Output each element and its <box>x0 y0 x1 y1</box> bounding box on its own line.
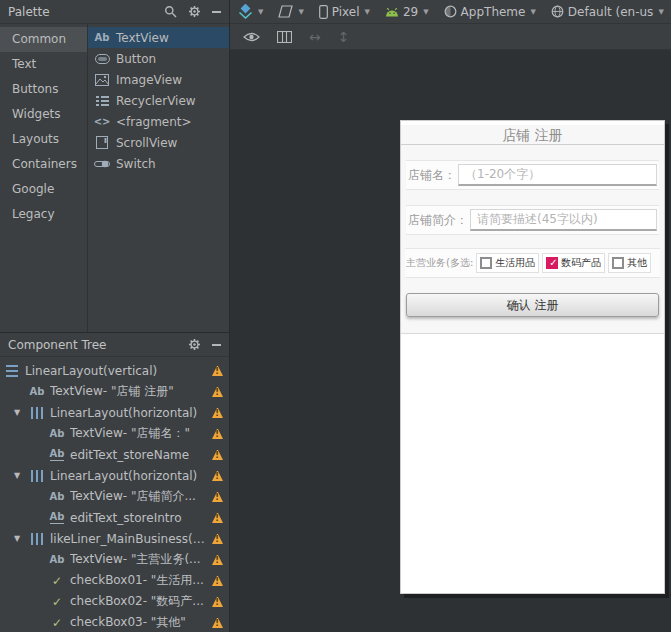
warning-icon: ! <box>212 618 223 628</box>
checkbox-option-2[interactable]: 数码产品 <box>542 253 605 273</box>
palette-item-label: TextView <box>116 31 169 45</box>
confirm-register-button[interactable]: 确认 注册 <box>406 293 659 317</box>
palette-item-button[interactable]: Button <box>88 48 229 69</box>
edittext-field[interactable]: （1-20个字） <box>458 164 657 186</box>
device-screen[interactable]: 店铺 注册 店铺名：（1-20个字）店铺简介：请简要描述(45字以内) 主营业务… <box>400 120 665 594</box>
device-label: Pixel <box>332 5 360 19</box>
textview-icon: Ab <box>49 490 65 504</box>
recyclerview-icon <box>94 94 110 108</box>
theme-selector[interactable]: AppTheme ▼ <box>444 5 536 19</box>
view-options-button[interactable] <box>243 31 260 43</box>
tree-item-label: LinearLayout(horizontal) <box>50 406 197 420</box>
checkbox-unchecked[interactable] <box>612 257 624 269</box>
imageview-icon <box>94 73 110 87</box>
layers-icon <box>238 4 253 19</box>
orientation-selector[interactable]: ▼ <box>278 5 303 18</box>
main-business-label[interactable]: 主营业务(多选: <box>406 256 473 270</box>
button-icon <box>94 52 110 66</box>
tree-row-8[interactable]: AbeditText_storeIntro! <box>0 507 229 528</box>
api-version-selector[interactable]: 29 ▼ <box>385 5 429 19</box>
tree-row-7[interactable]: AbTextView- "店铺简介...! <box>0 486 229 507</box>
expand-arrow-icon[interactable]: ▼ <box>10 408 24 417</box>
checkbox-label: 数码产品 <box>561 256 601 270</box>
globe-icon <box>551 5 564 18</box>
locale-label: Default (en-us <box>568 5 654 19</box>
chevron-down-icon: ▼ <box>530 8 535 16</box>
tree-item-label: editText_storeIntro <box>70 511 182 525</box>
orientation-arrow-icon[interactable]: ↕ <box>338 29 350 45</box>
palette-category-text[interactable]: Text <box>0 52 87 77</box>
warning-icon: ! <box>212 471 223 481</box>
palette-item-scrollview[interactable]: ScrollView <box>88 132 229 153</box>
tree-row-3[interactable]: ▼LinearLayout(horizontal)! <box>0 402 229 423</box>
scrollview-icon <box>94 136 110 150</box>
tree-row-13[interactable]: ✓checkBox03- "其他"! <box>0 612 229 632</box>
gear-icon[interactable] <box>188 338 201 351</box>
tree-row-6[interactable]: ▼LinearLayout(horizontal)! <box>0 465 229 486</box>
palette-category-containers[interactable]: Containers <box>0 152 87 177</box>
palette-category-legacy[interactable]: Legacy <box>0 202 87 227</box>
checkbox-checked[interactable] <box>546 257 558 269</box>
warning-icon: ! <box>212 492 223 502</box>
textview-icon: Ab <box>29 385 45 399</box>
minimize-icon[interactable] <box>212 11 221 13</box>
palette-item-label: <fragment> <box>116 115 192 129</box>
palette-category-buttons[interactable]: Buttons <box>0 77 87 102</box>
palette-item-switch[interactable]: Switch <box>88 153 229 174</box>
left-pane: Palette CommonTextButtonsWidgetsLayoutsC… <box>0 0 230 632</box>
palette-item-label: Switch <box>116 157 156 171</box>
warning-icon: ! <box>212 408 223 418</box>
checkbox-option-3[interactable]: 其他 <box>608 253 651 273</box>
design-configuration-toolbar: ▼ ▼ Pixel ▼ 29 ▼ AppTheme ▼ <box>230 0 671 24</box>
field-label[interactable]: 店铺名： <box>408 167 456 184</box>
expand-arrow-icon[interactable]: ▼ <box>10 471 24 480</box>
form-rows: 店铺名：（1-20个字）店铺简介：请简要描述(45字以内) <box>401 160 664 235</box>
locale-selector[interactable]: Default (en-us ▼ <box>551 5 664 19</box>
palette-header: Palette <box>0 0 229 24</box>
palette-item-recyclerview[interactable]: RecyclerView <box>88 90 229 111</box>
tree-row-12[interactable]: ✓checkBox02- "数码产...! <box>0 591 229 612</box>
checkbox-label: 生活用品 <box>495 256 535 270</box>
tree-item-label: checkBox01- "生活用... <box>70 572 204 589</box>
checkbox-icon: ✓ <box>49 574 65 588</box>
warning-icon: ! <box>212 387 223 397</box>
palette-item-textview[interactable]: AbTextView <box>88 27 229 48</box>
expand-arrow-icon[interactable]: ▼ <box>10 534 24 543</box>
chevron-down-icon: ▼ <box>365 8 370 16</box>
tree-row-2[interactable]: AbTextView- "店铺 注册"! <box>0 381 229 402</box>
palette-category-widgets[interactable]: Widgets <box>0 102 87 127</box>
tree-row-11[interactable]: ✓checkBox01- "生活用...! <box>0 570 229 591</box>
palette-category-layouts[interactable]: Layouts <box>0 127 87 152</box>
palette-category-list: CommonTextButtonsWidgetsLayoutsContainer… <box>0 24 88 332</box>
edittext-field[interactable]: 请简要描述(45字以内) <box>470 209 657 231</box>
design-blueprint-toggle-button[interactable] <box>277 31 292 43</box>
palette-category-google[interactable]: Google <box>0 177 87 202</box>
gear-icon[interactable] <box>188 5 201 18</box>
palette-item-fragment[interactable]: <><fragment> <box>88 111 229 132</box>
tree-row-1[interactable]: LinearLayout(vertical)! <box>0 360 229 381</box>
checkbox-option-1[interactable]: 生活用品 <box>476 253 539 273</box>
tree-item-label: TextView- "店铺简介... <box>70 488 196 505</box>
swap-width-height-icon[interactable]: ↔ <box>309 29 321 45</box>
design-surface-selector[interactable]: ▼ <box>238 4 263 19</box>
tree-row-4[interactable]: AbTextView- "店铺名："! <box>0 423 229 444</box>
design-canvas[interactable]: 店铺 注册 店铺名：（1-20个字）店铺简介：请简要描述(45字以内) 主营业务… <box>230 50 671 632</box>
palette-body: CommonTextButtonsWidgetsLayoutsContainer… <box>0 24 229 332</box>
tree-row-5[interactable]: AbeditText_storeName! <box>0 444 229 465</box>
palette-item-imageview[interactable]: ImageView <box>88 69 229 90</box>
tree-row-10[interactable]: AbTextView- "主营业务(...! <box>0 549 229 570</box>
field-label[interactable]: 店铺简介： <box>408 212 468 229</box>
checkbox-unchecked[interactable] <box>480 257 492 269</box>
palette-item-label: RecyclerView <box>116 94 196 108</box>
tree-item-label: checkBox02- "数码产... <box>70 593 204 610</box>
phone-icon <box>319 5 328 19</box>
tree-row-9[interactable]: ▼likeLiner_MainBusiness(ho...! <box>0 528 229 549</box>
minimize-icon[interactable] <box>212 344 221 346</box>
device-selector[interactable]: Pixel ▼ <box>319 5 370 19</box>
textview-icon: Ab <box>49 553 65 567</box>
palette-category-common[interactable]: Common <box>0 27 87 52</box>
search-icon[interactable] <box>164 5 177 18</box>
chevron-down-icon: ▼ <box>658 8 663 16</box>
store-register-title[interactable]: 店铺 注册 <box>401 125 664 145</box>
chevron-down-icon: ▼ <box>258 8 263 16</box>
